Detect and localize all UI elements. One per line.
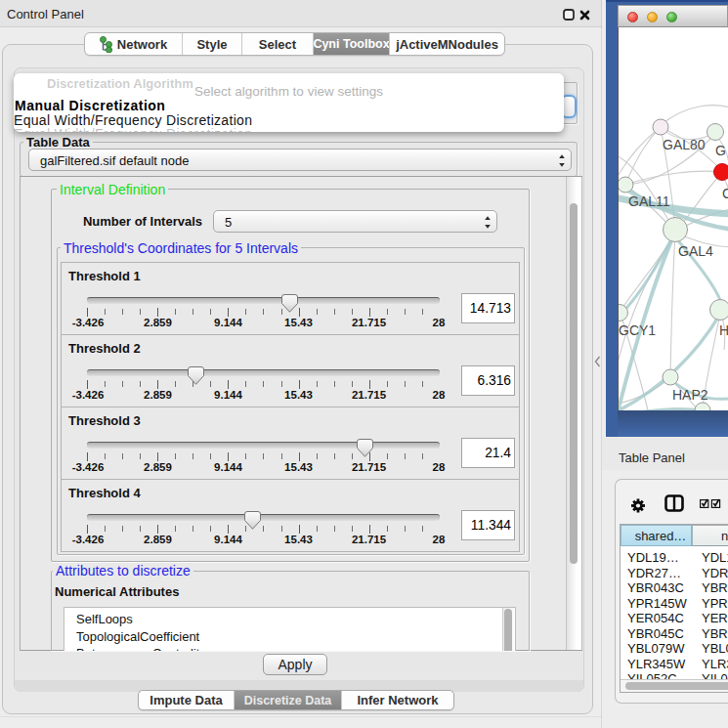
svg-text:GCY1: GCY1 [619,322,656,338]
svg-text:HAP2: HAP2 [672,387,708,403]
svg-text:GAL11: GAL11 [628,193,670,209]
svg-text:C: C [722,186,728,201]
svg-text:G: G [715,143,726,158]
svg-text:H: H [719,322,728,338]
svg-text:GAL4: GAL4 [678,243,713,259]
svg-text:GAL80: GAL80 [663,137,706,152]
